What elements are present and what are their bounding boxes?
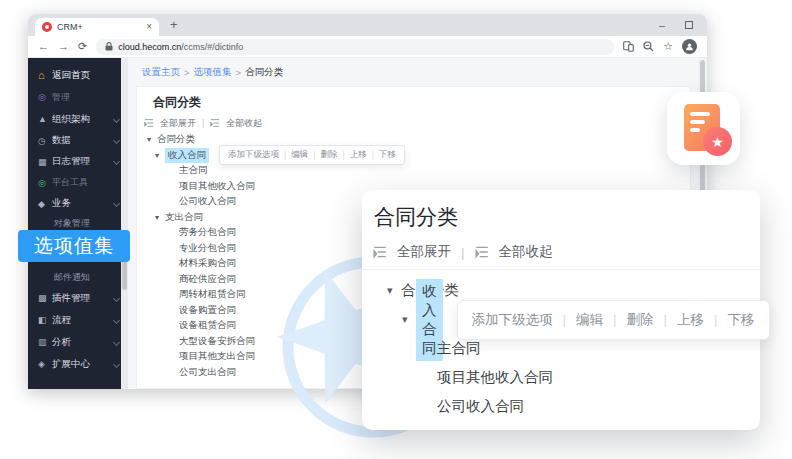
expand-all-button[interactable]: 全部展开 (160, 117, 196, 130)
send-to-device-icon[interactable] (623, 41, 634, 52)
sidebar-item-流程[interactable]: ◧流程 (28, 309, 128, 331)
tree-item-label[interactable]: 商砼供应合同 (179, 273, 236, 286)
context-menu-item[interactable]: 添加下级选项 (472, 311, 553, 329)
toolbar-divider: | (202, 118, 204, 128)
context-menu: 添加下级选项|编辑|删除|上移|下移 (219, 145, 405, 165)
chevron-down-icon (113, 316, 120, 323)
tree-item-label[interactable]: 合同分类 (157, 133, 195, 146)
expand-all-icon (144, 118, 154, 128)
tree-item-label[interactable]: 大型设备安拆合同 (179, 335, 255, 348)
sidebar-item-label: 业务 (52, 197, 71, 210)
sidebar-item-label: 扩展中心 (52, 358, 90, 371)
tree-item-label[interactable]: 项目其他收入合同 (437, 368, 553, 387)
context-menu-item[interactable]: 编辑 (576, 311, 603, 329)
context-menu-item[interactable]: 添加下级选项 (228, 149, 279, 161)
tree-item-label[interactable]: 公司收入合同 (179, 195, 236, 208)
context-menu-item[interactable]: 下移 (728, 311, 755, 329)
reload-icon[interactable]: ⟳ (78, 41, 87, 52)
sidebar-item-数据[interactable]: ◷数据 (28, 130, 128, 151)
sidebar-scrollbar[interactable] (121, 58, 128, 389)
tree-item-label[interactable]: 专业分包合同 (179, 242, 236, 255)
extension-icon: ◈ (38, 359, 52, 369)
screenshot-stage: CRM+ × + – ← → ⟳ cloud.hecom.cn/ccms/#/d… (0, 0, 792, 459)
new-tab-button[interactable]: + (170, 17, 178, 32)
tree-item-label[interactable]: 设备租赁合同 (179, 319, 236, 332)
browser-tab-bar: CRM+ × + – (28, 14, 707, 36)
lock-icon (105, 42, 113, 51)
home-icon: ⌂ (38, 69, 52, 81)
back-icon[interactable]: ← (38, 41, 49, 52)
caret-down-icon[interactable]: ▾ (387, 284, 401, 297)
sidebar-item-分析[interactable]: ▥分析 (28, 331, 128, 353)
tree-item-label[interactable]: 设备购置合同 (179, 304, 236, 317)
document-star-sticker: ★ (667, 92, 740, 165)
tree-item-label[interactable]: 支出合同 (165, 211, 203, 224)
sidebar-item-插件管理[interactable]: ▩插件管理 (28, 287, 128, 309)
tree-item-label[interactable]: 收入合同 (165, 148, 209, 163)
tree-item[interactable]: ▾收入合同添加下级选项|编辑|删除|上移|下移 (137, 148, 690, 164)
context-menu-separator: | (613, 312, 617, 327)
collapse-all-button[interactable]: 全部收起 (499, 243, 553, 261)
browser-action-icons: ☆ (623, 39, 697, 54)
tree-item[interactable]: 项目其他收入合同 (362, 363, 760, 392)
tree-item[interactable]: ▾收入合同添加下级选项|编辑|删除|上移|下移 (362, 305, 760, 334)
tree-item-label[interactable]: 周转材租赁合同 (179, 288, 246, 301)
breadcrumb-link-home[interactable]: 设置主页 (142, 66, 180, 79)
chevron-down-icon (113, 200, 120, 207)
tree-item-label[interactable]: 材料采购合同 (179, 257, 236, 270)
sidebar-item-业务[interactable]: ◆业务 (28, 193, 128, 214)
tree-item-label[interactable]: 公司支出合同 (179, 366, 236, 379)
chevron-down-icon (113, 158, 120, 165)
sidebar-item-邮件通知[interactable]: 邮件通知 (28, 268, 128, 287)
context-menu-item[interactable]: 上移 (677, 311, 704, 329)
business-icon: ◆ (38, 199, 52, 209)
tab-close-icon[interactable]: × (146, 22, 152, 32)
tree-item-label[interactable]: 公司收入合同 (437, 397, 524, 416)
caret-down-icon[interactable]: ▾ (147, 135, 157, 144)
window-controls: – (659, 14, 693, 36)
context-menu-separator: | (714, 312, 718, 327)
sidebar-item-label: 对象管理 (54, 217, 90, 230)
bookmark-star-icon[interactable]: ☆ (663, 40, 673, 53)
sidebar-item-label: 分析 (52, 336, 71, 349)
expand-all-button[interactable]: 全部展开 (397, 243, 451, 261)
zoom-out-icon[interactable] (643, 41, 654, 52)
tree-item-label[interactable]: 项目其他收入合同 (179, 180, 255, 193)
caret-down-icon[interactable]: ▾ (155, 151, 165, 160)
tree-item-label[interactable]: 项目其他支出合同 (179, 350, 255, 363)
forward-icon[interactable]: → (58, 41, 69, 52)
maximize-icon[interactable] (685, 21, 693, 29)
log-icon: ▦ (38, 157, 52, 167)
profile-avatar-icon[interactable] (682, 39, 697, 54)
address-field[interactable]: cloud.hecom.cn/ccms/#/dictinfo (96, 39, 614, 55)
tree-item-label[interactable]: 主合同 (179, 164, 208, 177)
sidebar-item-label: 管理 (52, 91, 70, 104)
caret-down-icon[interactable]: ▾ (155, 213, 165, 222)
breadcrumb-link-dict[interactable]: 选项值集 (194, 66, 232, 79)
tree-item[interactable]: 主合同 (137, 163, 690, 179)
context-menu-separator: | (313, 150, 315, 160)
context-menu-item[interactable]: 删除 (627, 311, 654, 329)
tree-item[interactable]: 公司收入合同 (362, 392, 760, 421)
panel-dict-tree: ▾合同分类▾收入合同添加下级选项|编辑|删除|上移|下移主合同项目其他收入合同公… (362, 276, 760, 421)
collapse-all-icon (475, 245, 489, 259)
collapse-all-button[interactable]: 全部收起 (226, 117, 262, 130)
context-menu-item[interactable]: 编辑 (291, 149, 308, 161)
flow-icon: ◧ (38, 315, 52, 325)
tree-item-label[interactable]: 主合同 (437, 339, 481, 358)
sidebar-item-组织架构[interactable]: ▲组织架构 (28, 108, 128, 130)
context-menu-item[interactable]: 上移 (350, 149, 367, 161)
tree-item-label[interactable]: 劳务分包合同 (179, 226, 236, 239)
sidebar-item-返回首页[interactable]: ⌂返回首页 (28, 64, 128, 86)
sidebar-item-扩展中心[interactable]: ◈扩展中心 (28, 353, 128, 375)
chevron-down-icon (113, 294, 120, 301)
magnified-panel: 合同分类 全部展开 | 全部收起 ▾合同分类▾收入合同添加下级选项|编辑|删除|… (362, 190, 760, 430)
minimize-icon[interactable]: – (659, 19, 665, 31)
breadcrumb-separator: > (236, 67, 242, 78)
context-menu-item[interactable]: 下移 (379, 149, 396, 161)
browser-tab[interactable]: CRM+ × (35, 18, 159, 36)
sidebar-item-日志管理[interactable]: ▦日志管理 (28, 151, 128, 172)
sidebar-scrollbar-thumb[interactable] (122, 258, 127, 290)
caret-down-icon[interactable]: ▾ (402, 313, 416, 326)
context-menu-item[interactable]: 删除 (320, 149, 337, 161)
